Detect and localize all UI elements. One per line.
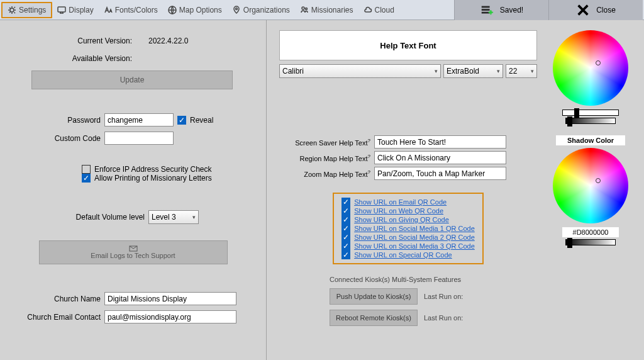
qr-web-checkbox[interactable]: ✓	[341, 206, 350, 215]
default-volume-select[interactable]: Level 3▾	[148, 210, 199, 224]
tab-settings[interactable]: Settings	[1, 2, 52, 18]
church-email-label: Church Email Contact	[13, 313, 101, 322]
svg-rect-6	[482, 6, 490, 8]
allow-print-checkbox[interactable]: ✓	[82, 174, 91, 183]
ssht-label: Screen Saver Help Text?	[279, 138, 370, 147]
shadow-color-wheel[interactable]	[553, 148, 628, 223]
reveal-checkbox[interactable]: ✓	[177, 116, 186, 125]
top-toolbar: Settings Display Fonts/Colors Map Option…	[0, 0, 644, 20]
qr-options-group: ✓Show URL on Email QR Code ✓Show URL on …	[333, 193, 484, 264]
tab-cloud[interactable]: Cloud	[358, 3, 399, 17]
save-button[interactable]: Saved!	[454, 0, 548, 20]
font-family-value: Calibri	[282, 67, 304, 76]
font-lightness-slider[interactable]	[565, 118, 616, 124]
chevron-down-icon: ▾	[192, 214, 196, 220]
shadow-color-value: #D8000000	[562, 227, 619, 237]
tab-label: Settings	[19, 6, 46, 14]
tab-label: Fonts/Colors	[115, 6, 158, 14]
cloud-icon	[364, 6, 372, 14]
default-volume-label: Default Volume level	[13, 213, 145, 222]
font-size-value: 22	[509, 67, 517, 76]
password-input[interactable]	[104, 113, 174, 127]
left-panel: Current Version: 2022.4.22.0 Available V…	[0, 20, 267, 360]
rmht-input[interactable]	[374, 151, 506, 164]
font-alpha-slider[interactable]	[562, 110, 619, 116]
qr-giving-checkbox[interactable]: ✓	[341, 215, 350, 224]
close-button[interactable]: Close	[548, 0, 643, 20]
enforce-ip-label: Enforce IP Address Security Check	[94, 165, 212, 174]
tab-map-options[interactable]: Map Options	[163, 3, 227, 17]
rmht-label: Region Map Help Text?	[279, 154, 370, 162]
svg-point-4	[302, 7, 304, 9]
svg-rect-7	[482, 9, 490, 11]
update-label: Update	[120, 76, 145, 84]
reboot-kiosk-button[interactable]: Reboot Remote Kiosk(s)	[330, 310, 418, 326]
church-name-label: Church Name	[13, 295, 101, 303]
font-weight-select[interactable]: ExtraBold▾	[443, 64, 503, 78]
tab-display[interactable]: Display	[52, 3, 98, 17]
connected-kiosk-label: Connected Kiosk(s) Multi-System Features	[330, 276, 631, 283]
save-icon	[480, 3, 494, 17]
close-icon	[576, 3, 590, 17]
chevron-down-icon: ▾	[531, 68, 534, 74]
qr-sm3-label[interactable]: Show URL on Social Media 3 QR Code	[354, 242, 475, 250]
qr-sm1-label[interactable]: Show URL on Social Media 1 QR Code	[354, 225, 475, 232]
help-text-font-label: Help Text Font	[380, 41, 436, 50]
qr-email-label[interactable]: Show URL on Email QR Code	[354, 198, 447, 206]
email-logs-label: Email Logs to Tech Support	[91, 252, 175, 259]
enforce-ip-checkbox[interactable]	[82, 165, 91, 174]
help-text-font-preview: Help Text Font	[279, 30, 537, 60]
qr-giving-label[interactable]: Show URL on Giving QR Code	[354, 216, 449, 223]
mail-icon	[129, 245, 138, 252]
push-update-button[interactable]: Push Update to Kiosk(s)	[330, 288, 418, 305]
qr-special-checkbox[interactable]: ✓	[341, 250, 350, 259]
chevron-down-icon: ▾	[497, 68, 500, 74]
push-update-label: Push Update to Kiosk(s)	[336, 293, 411, 300]
church-name-input[interactable]	[104, 292, 236, 305]
ssht-input[interactable]	[374, 135, 506, 149]
default-volume-value: Level 3	[152, 213, 176, 222]
current-version-label: Current Version:	[31, 37, 132, 45]
people-icon	[300, 6, 309, 14]
update-button[interactable]: Update	[31, 70, 233, 89]
globe-icon	[168, 6, 177, 14]
tab-organizations[interactable]: Organizations	[227, 3, 295, 17]
qr-email-checkbox[interactable]: ✓	[341, 198, 350, 206]
tab-label: Display	[69, 6, 93, 14]
allow-print-label: Allow Printing of Missionary Letters	[94, 174, 212, 183]
zmht-label: Zoom Map Help Text?	[279, 169, 370, 178]
save-label: Saved!	[500, 6, 523, 14]
svg-rect-1	[58, 7, 65, 12]
tab-missionaries[interactable]: Missionaries	[295, 3, 358, 17]
available-version-label: Available Version:	[31, 54, 132, 63]
password-label: Password	[13, 116, 101, 125]
font-size-select[interactable]: 22▾	[506, 64, 537, 78]
zmht-input[interactable]	[374, 167, 506, 180]
current-version-value: 2022.4.22.0	[136, 37, 205, 45]
qr-sm2-checkbox[interactable]: ✓	[341, 233, 350, 242]
push-last-run-label: Last Run on:	[424, 293, 463, 300]
reboot-last-run-label: Last Run on:	[424, 314, 463, 322]
qr-sm3-checkbox[interactable]: ✓	[341, 242, 350, 250]
svg-point-0	[10, 8, 14, 12]
close-label: Close	[596, 6, 616, 14]
qr-web-label[interactable]: Show URL on Web QR Code	[354, 207, 443, 215]
shadow-color-label: Shadow Color	[556, 135, 625, 145]
display-icon	[57, 6, 66, 14]
tab-label: Map Options	[179, 6, 222, 14]
right-panel: Help Text Font Calibri▾ ExtraBold▾ 22▾	[267, 20, 644, 360]
tab-fonts[interactable]: Fonts/Colors	[99, 3, 163, 17]
church-email-input[interactable]	[104, 310, 236, 323]
font-weight-value: ExtraBold	[447, 67, 479, 76]
qr-special-label[interactable]: Show URL on Special QR Code	[354, 251, 452, 259]
svg-rect-8	[482, 11, 490, 13]
email-logs-button[interactable]: Email Logs to Tech Support	[39, 240, 228, 264]
tab-label: Organizations	[243, 6, 290, 14]
qr-sm1-checkbox[interactable]: ✓	[341, 224, 350, 233]
font-color-wheel[interactable]	[553, 30, 628, 106]
custom-code-input[interactable]	[104, 132, 174, 145]
qr-sm2-label[interactable]: Show URL on Social Media 2 QR Code	[354, 233, 475, 241]
shadow-lightness-slider[interactable]	[565, 239, 616, 245]
reveal-label: Reveal	[190, 116, 213, 125]
font-family-select[interactable]: Calibri▾	[279, 64, 441, 78]
